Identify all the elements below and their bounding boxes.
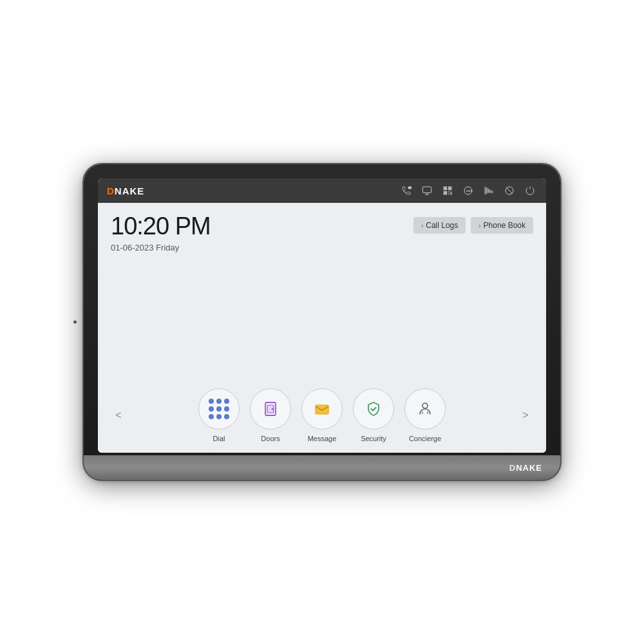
doors-label: Doors	[261, 435, 279, 442]
nav-next-button[interactable]: >	[518, 408, 533, 423]
svg-rect-1	[422, 187, 431, 193]
call-logs-label: Call Logs	[426, 221, 458, 230]
bottom-brand: DNAKE	[509, 463, 542, 473]
svg-rect-17	[485, 187, 486, 194]
time-display: 10:20 PM	[111, 213, 211, 240]
brand-logo: DNAKE	[107, 185, 144, 196]
doors-icon-circle	[250, 388, 291, 430]
svg-rect-18	[487, 189, 488, 193]
device-shell: DNAKE SIP	[84, 164, 560, 480]
svg-rect-26	[316, 405, 328, 414]
dial-label: Dial	[213, 435, 225, 442]
sos-icon[interactable]: SOS	[461, 184, 475, 198]
door-icon	[261, 400, 279, 418]
date-display: 01-06-2023 Friday	[111, 243, 211, 252]
qr-icon[interactable]	[440, 184, 455, 198]
nav-prev-button[interactable]: <	[111, 408, 126, 423]
block-icon[interactable]	[502, 184, 516, 198]
svg-point-27	[422, 403, 428, 408]
dial-icon-circle	[198, 388, 240, 430]
doors-app[interactable]: Doors	[250, 388, 291, 442]
main-content: 10:20 PM 01-06-2023 Friday › Call Logs ›…	[98, 203, 546, 453]
svg-rect-7	[450, 187, 451, 189]
security-app[interactable]: Security	[353, 388, 394, 442]
message-icon-circle	[301, 388, 343, 430]
svg-rect-5	[444, 187, 446, 189]
apps-grid: Dial Doors	[126, 388, 518, 442]
svg-text:SOS: SOS	[466, 189, 472, 193]
dial-icon	[209, 399, 229, 419]
apps-section: <	[111, 388, 533, 442]
chevron-icon: ›	[421, 222, 423, 229]
message-icon	[313, 400, 331, 418]
phone-book-button[interactable]: › Phone Book	[471, 217, 533, 234]
top-bar: DNAKE SIP	[98, 178, 546, 203]
concierge-app[interactable]: Concierge	[404, 388, 446, 442]
phone-book-label: Phone Book	[484, 221, 526, 230]
monitor-icon[interactable]	[420, 184, 434, 198]
dial-app[interactable]: Dial	[198, 388, 240, 442]
sip-phone-icon[interactable]: SIP	[399, 184, 413, 198]
concierge-icon-circle	[404, 388, 446, 430]
security-icon-circle	[353, 388, 394, 430]
concierge-icon	[416, 400, 434, 418]
intercom-icon[interactable]	[482, 184, 496, 198]
led-indicator	[73, 321, 77, 324]
message-app[interactable]: Message	[301, 388, 343, 442]
message-label: Message	[308, 435, 337, 442]
time-section: 10:20 PM 01-06-2023 Friday	[111, 213, 211, 252]
svg-rect-19	[489, 190, 491, 193]
chevron-icon: ›	[478, 222, 480, 229]
call-logs-button[interactable]: › Call Logs	[413, 217, 466, 234]
top-icon-bar: SIP SOS	[399, 184, 537, 198]
svg-point-25	[272, 408, 274, 410]
power-icon[interactable]	[523, 184, 537, 198]
concierge-label: Concierge	[409, 435, 441, 442]
security-label: Security	[361, 435, 386, 442]
screen: DNAKE SIP	[98, 178, 546, 453]
quick-buttons: › Call Logs › Phone Book	[413, 217, 533, 234]
svg-rect-20	[491, 191, 493, 193]
svg-text:SIP: SIP	[408, 186, 412, 189]
svg-rect-9	[444, 193, 446, 194]
top-section: 10:20 PM 01-06-2023 Friday › Call Logs ›…	[111, 213, 533, 252]
security-icon	[365, 400, 383, 418]
bottom-bar: DNAKE	[84, 455, 560, 480]
svg-line-22	[506, 187, 512, 193]
